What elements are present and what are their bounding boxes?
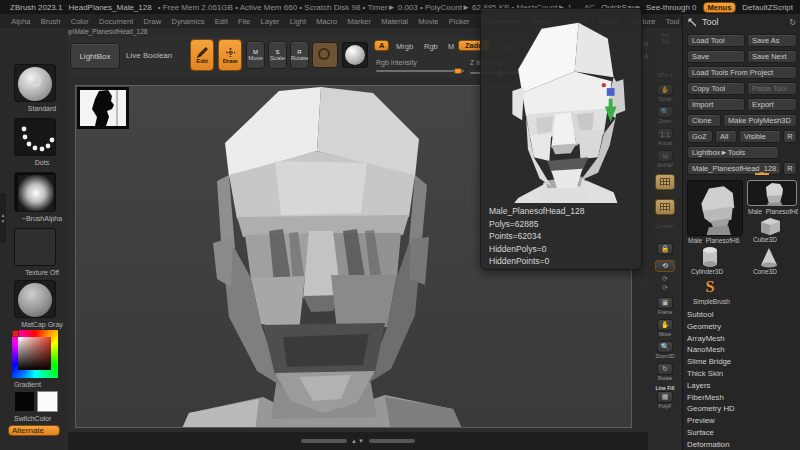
load-tool-button[interactable]: Load Tool [687,34,745,47]
load-tools-from-project-button[interactable]: Load Tools From Project [687,66,797,79]
tray-divider-handle[interactable]: ▲▼ [0,193,6,243]
lightbox-tools-button[interactable]: Lightbox►Tools [687,146,779,159]
menu-item[interactable]: Layer [255,17,284,26]
palette-section-header[interactable]: Geometry HD [687,404,797,413]
paste-tool-button[interactable]: Paste Tool [747,82,797,95]
edit-button[interactable]: Edit [190,39,214,71]
current-material-button[interactable] [342,42,368,68]
palette-section-header[interactable]: Thick Skin [687,369,797,378]
menu-item[interactable]: Material [376,17,413,26]
menu-item[interactable]: Color [66,17,94,26]
tray-toggle-arrows[interactable]: ▲▼ [351,438,365,444]
menu-item[interactable]: File [233,17,255,26]
palette-section-header[interactable]: FiberMesh [687,393,797,402]
menu-item[interactable]: Light [285,17,312,26]
see-through-slider[interactable]: See-through 0 [646,3,697,12]
menu-item[interactable]: Dynamics [166,17,209,26]
copy-tool-button[interactable]: Copy Tool [687,82,745,95]
scale-button[interactable]: S Scale [268,41,287,69]
palette-section-header[interactable]: ArrayMesh [687,334,797,343]
rgb-a-toggle[interactable]: A [374,40,389,51]
menu-item[interactable]: Draw [138,17,166,26]
rgb-intensity-handle[interactable] [454,68,462,74]
alternate-button[interactable]: Alternate [8,425,60,436]
lightbox-button[interactable]: LightBox [70,43,120,69]
scroll-button[interactable]: ✋Scroll [653,84,677,102]
palette-refresh-icon[interactable]: ↻ [789,18,796,27]
actual-button[interactable]: 1:1Actual [653,128,677,146]
rotate-y-toggle[interactable]: ⟳ [653,275,677,283]
rgb-toggle[interactable]: Rgb [420,42,442,53]
menu-item[interactable]: Macro [311,17,342,26]
menu-item[interactable]: Movie [413,17,443,26]
palette-section-header[interactable]: Geometry [687,322,797,331]
current-texture-button[interactable] [14,228,56,266]
menu-item[interactable]: Alpha [6,17,36,26]
cylinder3d-thumbnail[interactable] [695,246,725,268]
adj-toggle[interactable]: Adj [653,38,677,44]
gradient-label[interactable]: Gradient [8,381,76,388]
local-symmetry-toggle[interactable]: 🔒 [653,243,677,255]
palette-section-header[interactable]: Preview [687,416,797,425]
default-zscript-button[interactable]: DefaultZScript [742,3,793,12]
rgb-intensity-slider[interactable] [376,70,464,72]
active-tool-thumbnail[interactable] [687,180,743,236]
menu-item[interactable]: Edit [210,17,233,26]
move-button[interactable]: M Move [246,41,265,69]
rotate-z-toggle[interactable]: ⟳ [653,284,677,292]
secondary-color-swatch[interactable] [37,391,58,412]
palette-section-header[interactable]: Surface [687,428,797,437]
main-color-swatch[interactable] [14,391,35,412]
goz-all-button[interactable]: All [715,130,737,143]
scrollbar-right[interactable] [369,439,415,443]
import-button[interactable]: Import [687,98,745,111]
goz-r-button[interactable]: R [783,130,797,143]
palette-section-header[interactable]: NanoMesh [687,345,797,354]
current-stroke-button[interactable] [14,118,56,156]
spix-slider[interactable]: SPix 3 [653,72,677,78]
palette-section-header[interactable]: Deformation [687,440,797,449]
menu-item[interactable]: Document [94,17,139,26]
polyframe-button[interactable]: ▦PolyF [653,391,677,409]
zoom3d-button[interactable]: 🔍Zoom3D [653,341,677,359]
menus-button[interactable]: Menus [703,2,737,13]
save-button[interactable]: Save [687,50,745,63]
color-saturation-square[interactable] [18,337,51,370]
goz-visible-button[interactable]: Visible [739,130,781,143]
persp-toggle[interactable]: Persp [653,174,677,196]
mrgb-toggle[interactable]: Mrgb [392,42,417,53]
rotate-canvas-button[interactable]: ↻Rotate [653,363,677,381]
cone3d-thumbnail[interactable] [755,246,783,268]
menu-item[interactable]: Marker [342,17,376,26]
live-boolean-toggle[interactable]: Live Boolean [126,51,184,60]
make-polymesh3d-button[interactable]: Make PolyMesh3D [723,114,797,127]
move-canvas-button[interactable]: ✋Move [653,319,677,337]
rotate-button[interactable]: R Rotate [290,41,309,69]
palette-section-header[interactable]: Subtool [687,310,797,319]
tool-name-r-button[interactable]: R [783,162,797,175]
color-picker[interactable] [12,330,58,378]
current-matcap-button[interactable] [14,280,56,318]
goz-button[interactable]: GoZ [687,130,713,143]
save-as-button[interactable]: Save As [747,34,797,47]
switch-color-button[interactable]: SwitchColor [8,415,76,422]
menu-item[interactable]: Brush [36,17,66,26]
floor-toggle[interactable]: Floor [653,199,677,221]
aahalf-button[interactable]: ½AAHalf [653,150,677,168]
draw-button[interactable]: Draw [218,39,242,71]
save-next-button[interactable]: Save Next [747,50,797,63]
palette-section-header[interactable]: Slime Bridge [687,357,797,366]
rotation-axis-toggle[interactable]: ⟲ [653,260,677,272]
sculptris-pro-toggle[interactable] [312,42,338,68]
export-button[interactable]: Export [747,98,797,111]
clone-button[interactable]: Clone [687,114,721,127]
simplebrush-thumbnail[interactable]: S [699,278,721,298]
menu-item[interactable]: Picker [444,17,475,26]
current-brush-button[interactable] [14,64,56,102]
scrollbar-left[interactable] [301,439,347,443]
m-toggle[interactable]: M [444,42,458,53]
zoom-button[interactable]: 🔍Zoom [653,106,677,124]
cube3d-thumbnail[interactable] [753,216,787,236]
current-alpha-button[interactable] [14,172,56,212]
palette-section-header[interactable]: Layers [687,381,797,390]
